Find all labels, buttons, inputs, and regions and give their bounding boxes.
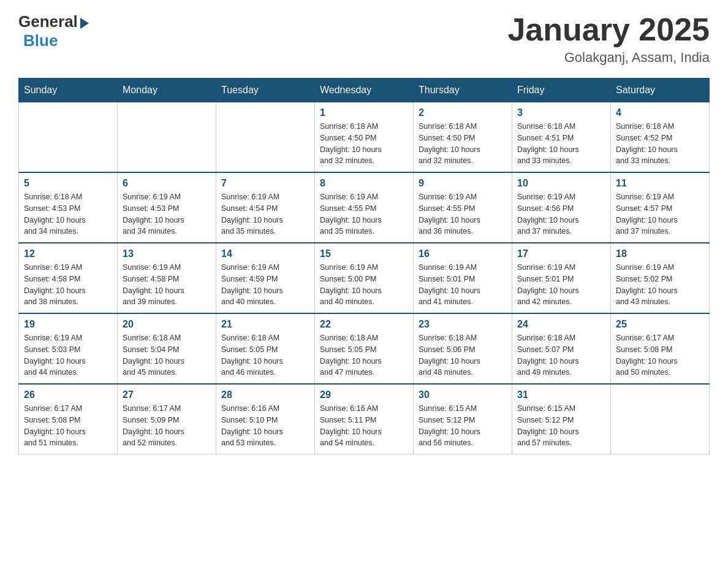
weekday-header-thursday: Thursday <box>414 79 512 102</box>
day-number: 12 <box>24 248 112 259</box>
day-info: Sunrise: 6:19 AM Sunset: 4:55 PM Dayligh… <box>419 191 507 237</box>
day-number: 4 <box>616 107 704 118</box>
day-info: Sunrise: 6:18 AM Sunset: 5:05 PM Dayligh… <box>221 332 309 378</box>
logo-blue-text: Blue <box>23 31 58 50</box>
weekday-header-friday: Friday <box>512 79 611 102</box>
weekday-header-wednesday: Wednesday <box>315 79 414 102</box>
day-info: Sunrise: 6:18 AM Sunset: 5:07 PM Dayligh… <box>517 332 605 378</box>
calendar-cell <box>216 102 315 173</box>
day-info: Sunrise: 6:17 AM Sunset: 5:08 PM Dayligh… <box>24 403 112 449</box>
month-year-title: January 2025 <box>507 12 710 47</box>
day-info: Sunrise: 6:19 AM Sunset: 4:53 PM Dayligh… <box>123 191 211 237</box>
location-subtitle: Golakganj, Assam, India <box>507 50 710 66</box>
day-info: Sunrise: 6:16 AM Sunset: 5:11 PM Dayligh… <box>320 403 408 449</box>
day-info: Sunrise: 6:18 AM Sunset: 4:53 PM Dayligh… <box>24 191 112 237</box>
day-number: 25 <box>616 319 704 330</box>
day-number: 7 <box>221 178 309 189</box>
day-info: Sunrise: 6:18 AM Sunset: 5:06 PM Dayligh… <box>419 332 507 378</box>
weekday-header-row: SundayMondayTuesdayWednesdayThursdayFrid… <box>19 79 710 102</box>
day-number: 6 <box>123 178 211 189</box>
day-info: Sunrise: 6:17 AM Sunset: 5:08 PM Dayligh… <box>616 332 704 378</box>
day-info: Sunrise: 6:18 AM Sunset: 4:50 PM Dayligh… <box>320 121 408 167</box>
weekday-header-sunday: Sunday <box>19 79 118 102</box>
day-number: 15 <box>320 248 408 259</box>
calendar-cell: 14Sunrise: 6:19 AM Sunset: 4:59 PM Dayli… <box>216 243 315 313</box>
day-number: 26 <box>24 389 112 400</box>
calendar-cell: 24Sunrise: 6:18 AM Sunset: 5:07 PM Dayli… <box>512 313 611 384</box>
page-header: General Blue January 2025 Golakganj, Ass… <box>18 12 710 66</box>
weekday-header-monday: Monday <box>118 79 216 102</box>
title-section: January 2025 Golakganj, Assam, India <box>507 12 710 66</box>
calendar-cell: 11Sunrise: 6:19 AM Sunset: 4:57 PM Dayli… <box>611 172 710 243</box>
day-number: 14 <box>221 248 309 259</box>
day-number: 20 <box>123 319 211 330</box>
day-number: 31 <box>517 389 605 400</box>
calendar-table: SundayMondayTuesdayWednesdayThursdayFrid… <box>18 78 710 454</box>
calendar-cell: 3Sunrise: 6:18 AM Sunset: 4:51 PM Daylig… <box>512 102 611 173</box>
day-number: 27 <box>123 389 211 400</box>
day-info: Sunrise: 6:18 AM Sunset: 5:04 PM Dayligh… <box>123 332 211 378</box>
calendar-cell <box>611 384 710 454</box>
day-info: Sunrise: 6:19 AM Sunset: 4:56 PM Dayligh… <box>517 191 605 237</box>
calendar-cell: 6Sunrise: 6:19 AM Sunset: 4:53 PM Daylig… <box>118 172 216 243</box>
calendar-cell: 22Sunrise: 6:18 AM Sunset: 5:05 PM Dayli… <box>315 313 414 384</box>
calendar-cell: 10Sunrise: 6:19 AM Sunset: 4:56 PM Dayli… <box>512 172 611 243</box>
day-number: 10 <box>517 178 605 189</box>
day-number: 3 <box>517 107 605 118</box>
day-info: Sunrise: 6:19 AM Sunset: 4:55 PM Dayligh… <box>320 191 408 237</box>
day-info: Sunrise: 6:19 AM Sunset: 5:01 PM Dayligh… <box>517 262 605 308</box>
day-number: 13 <box>123 248 211 259</box>
calendar-cell: 15Sunrise: 6:19 AM Sunset: 5:00 PM Dayli… <box>315 243 414 313</box>
day-number: 16 <box>419 248 507 259</box>
weekday-header-saturday: Saturday <box>611 79 710 102</box>
day-info: Sunrise: 6:19 AM Sunset: 5:02 PM Dayligh… <box>616 262 704 308</box>
day-number: 8 <box>320 178 408 189</box>
calendar-cell: 1Sunrise: 6:18 AM Sunset: 4:50 PM Daylig… <box>315 102 414 173</box>
day-info: Sunrise: 6:19 AM Sunset: 4:54 PM Dayligh… <box>221 191 309 237</box>
calendar-cell: 17Sunrise: 6:19 AM Sunset: 5:01 PM Dayli… <box>512 243 611 313</box>
calendar-cell <box>19 102 118 173</box>
day-info: Sunrise: 6:15 AM Sunset: 5:12 PM Dayligh… <box>517 403 605 449</box>
calendar-cell: 21Sunrise: 6:18 AM Sunset: 5:05 PM Dayli… <box>216 313 315 384</box>
day-number: 22 <box>320 319 408 330</box>
day-number: 9 <box>419 178 507 189</box>
calendar-cell: 8Sunrise: 6:19 AM Sunset: 4:55 PM Daylig… <box>315 172 414 243</box>
day-number: 23 <box>419 319 507 330</box>
logo-general-text: General <box>18 12 78 31</box>
calendar-cell: 4Sunrise: 6:18 AM Sunset: 4:52 PM Daylig… <box>611 102 710 173</box>
day-info: Sunrise: 6:15 AM Sunset: 5:12 PM Dayligh… <box>419 403 507 449</box>
calendar-cell: 31Sunrise: 6:15 AM Sunset: 5:12 PM Dayli… <box>512 384 611 454</box>
day-number: 5 <box>24 178 112 189</box>
calendar-cell: 16Sunrise: 6:19 AM Sunset: 5:01 PM Dayli… <box>414 243 512 313</box>
day-number: 28 <box>221 389 309 400</box>
day-info: Sunrise: 6:19 AM Sunset: 5:00 PM Dayligh… <box>320 262 408 308</box>
day-info: Sunrise: 6:19 AM Sunset: 4:58 PM Dayligh… <box>24 262 112 308</box>
calendar-cell: 23Sunrise: 6:18 AM Sunset: 5:06 PM Dayli… <box>414 313 512 384</box>
calendar-cell <box>118 102 216 173</box>
calendar-cell: 13Sunrise: 6:19 AM Sunset: 4:58 PM Dayli… <box>118 243 216 313</box>
day-number: 24 <box>517 319 605 330</box>
day-number: 17 <box>517 248 605 259</box>
day-info: Sunrise: 6:16 AM Sunset: 5:10 PM Dayligh… <box>221 403 309 449</box>
calendar-cell: 7Sunrise: 6:19 AM Sunset: 4:54 PM Daylig… <box>216 172 315 243</box>
day-info: Sunrise: 6:19 AM Sunset: 5:03 PM Dayligh… <box>24 332 112 378</box>
calendar-cell: 5Sunrise: 6:18 AM Sunset: 4:53 PM Daylig… <box>19 172 118 243</box>
day-info: Sunrise: 6:18 AM Sunset: 4:52 PM Dayligh… <box>616 121 704 167</box>
calendar-week-1: 1Sunrise: 6:18 AM Sunset: 4:50 PM Daylig… <box>19 102 710 173</box>
calendar-week-3: 12Sunrise: 6:19 AM Sunset: 4:58 PM Dayli… <box>19 243 710 313</box>
day-info: Sunrise: 6:19 AM Sunset: 4:59 PM Dayligh… <box>221 262 309 308</box>
day-info: Sunrise: 6:18 AM Sunset: 4:51 PM Dayligh… <box>517 121 605 167</box>
day-info: Sunrise: 6:18 AM Sunset: 5:05 PM Dayligh… <box>320 332 408 378</box>
day-info: Sunrise: 6:19 AM Sunset: 5:01 PM Dayligh… <box>419 262 507 308</box>
calendar-cell: 27Sunrise: 6:17 AM Sunset: 5:09 PM Dayli… <box>118 384 216 454</box>
calendar-week-4: 19Sunrise: 6:19 AM Sunset: 5:03 PM Dayli… <box>19 313 710 384</box>
calendar-week-2: 5Sunrise: 6:18 AM Sunset: 4:53 PM Daylig… <box>19 172 710 243</box>
day-number: 30 <box>419 389 507 400</box>
day-number: 1 <box>320 107 408 118</box>
day-number: 2 <box>419 107 507 118</box>
calendar-cell: 28Sunrise: 6:16 AM Sunset: 5:10 PM Dayli… <box>216 384 315 454</box>
calendar-cell: 30Sunrise: 6:15 AM Sunset: 5:12 PM Dayli… <box>414 384 512 454</box>
calendar-cell: 26Sunrise: 6:17 AM Sunset: 5:08 PM Dayli… <box>19 384 118 454</box>
calendar-week-5: 26Sunrise: 6:17 AM Sunset: 5:08 PM Dayli… <box>19 384 710 454</box>
day-info: Sunrise: 6:19 AM Sunset: 4:58 PM Dayligh… <box>123 262 211 308</box>
